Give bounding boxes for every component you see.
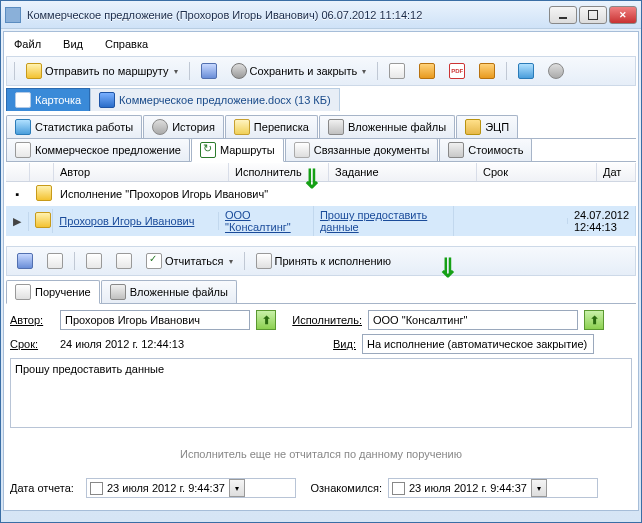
send-by-route-label: Отправить по маршруту <box>45 65 169 77</box>
route-icon <box>200 142 216 158</box>
kind-label: Вид: <box>276 338 356 350</box>
status-text: Исполнитель еще не отчитался по данному … <box>10 430 632 478</box>
doc-icon <box>86 253 102 269</box>
group-title: Исполнение "Прохоров Игорь Иванович" <box>54 185 636 203</box>
author-input[interactable] <box>60 310 250 330</box>
col-author[interactable]: Автор <box>54 163 229 181</box>
body-textarea[interactable] <box>10 358 632 428</box>
tb-action-button[interactable] <box>474 60 500 82</box>
ack-date-value: 23 июля 2012 г. 9:44:37 <box>409 482 527 494</box>
stats-icon <box>15 119 31 135</box>
minimize-button[interactable] <box>549 6 577 24</box>
envelope-icon <box>26 63 42 79</box>
close-button[interactable]: ✕ <box>609 6 637 24</box>
link-icon <box>294 142 310 158</box>
menu-file[interactable]: Файл <box>14 38 41 50</box>
kind-input[interactable] <box>362 334 594 354</box>
word-icon <box>99 92 115 108</box>
tabs-lower: Коммерческое предложение Маршруты Связан… <box>6 138 636 162</box>
arrow-indicator-2: ⇓ <box>437 253 459 284</box>
tab-cost[interactable]: Стоимость <box>439 138 532 161</box>
row-executor[interactable]: ООО "Консалтинг" <box>225 209 291 233</box>
save-icon <box>17 253 33 269</box>
tb-ext1-button[interactable] <box>513 60 539 82</box>
tab-routes[interactable]: Маршруты <box>191 138 284 162</box>
filetab-attachment-label: Коммерческое предложение.docx (13 КБ) <box>119 94 331 106</box>
pdf-icon: PDF <box>449 63 465 79</box>
tab-history[interactable]: История <box>143 115 224 138</box>
assignment-form: Автор: Исполнитель: Срок: 24 июля 2012 г… <box>6 304 636 508</box>
report-button[interactable]: Отчитаться <box>141 250 238 272</box>
tab-assignment-attachments[interactable]: Вложенные файлы <box>101 280 237 303</box>
assignment-icon <box>15 284 31 300</box>
tb-page-button[interactable] <box>414 60 440 82</box>
save-button[interactable] <box>196 60 222 82</box>
row-task[interactable]: Прошу предоставить данные <box>320 209 427 233</box>
ext1-icon <box>518 63 534 79</box>
tab-signature[interactable]: ЭЦП <box>456 115 518 138</box>
save-and-close-button[interactable]: Сохранить и закрыть <box>226 60 372 82</box>
menubar: Файл Вид Справка <box>6 34 636 54</box>
row-date: 24.07.2012 12:44:13 <box>568 206 636 236</box>
tb2-doc1[interactable] <box>42 250 68 272</box>
tb-ext2-button[interactable] <box>543 60 569 82</box>
titlebar: Коммерческое предложение (Прохоров Игорь… <box>1 1 641 29</box>
window-title: Коммерческое предложение (Прохоров Игорь… <box>27 9 549 21</box>
send-by-route-button[interactable]: Отправить по маршруту <box>21 60 183 82</box>
tb-doc-button[interactable] <box>384 60 410 82</box>
tab-offer[interactable]: Коммерческое предложение <box>6 138 190 161</box>
save-icon <box>201 63 217 79</box>
accept-button[interactable]: Принять к исполнению <box>251 250 396 272</box>
filetab-card-label: Карточка <box>35 94 81 106</box>
main-toolbar: Отправить по маршруту Сохранить и закрыт… <box>6 56 636 86</box>
row-author[interactable]: Прохоров Игорь Иванович <box>59 215 194 227</box>
list-row-selected[interactable]: ▶ Прохоров Игорь Иванович ООО "Консалтин… <box>6 206 636 236</box>
col-deadline[interactable]: Срок <box>477 163 597 181</box>
col-task[interactable]: Задание <box>329 163 477 181</box>
tab-attachments[interactable]: Вложенные файлы <box>319 115 455 138</box>
report-date-checkbox[interactable] <box>90 482 103 495</box>
tab-statistics[interactable]: Статистика работы <box>6 115 142 138</box>
tb2-doc2[interactable] <box>81 250 107 272</box>
tab-assignment[interactable]: Поручение <box>6 280 100 304</box>
acknowledged-label: Ознакомился: <box>302 482 382 494</box>
filetab-attachment[interactable]: Коммерческое предложение.docx (13 КБ) <box>90 88 340 111</box>
filetab-card[interactable]: Карточка <box>6 88 90 111</box>
app-icon <box>5 7 21 23</box>
page-icon <box>419 63 435 79</box>
maximize-button[interactable] <box>579 6 607 24</box>
envelope-icon <box>35 212 51 228</box>
document-icon <box>389 63 405 79</box>
tb2-doc3[interactable] <box>111 250 137 272</box>
ack-checkbox[interactable] <box>392 482 405 495</box>
card-icon <box>15 92 31 108</box>
tb2-save[interactable] <box>12 250 38 272</box>
history-icon <box>152 119 168 135</box>
author-open-button[interactable] <box>256 310 276 330</box>
cost-icon <box>448 142 464 158</box>
executor-label: Исполнитель: <box>282 314 362 326</box>
tb-pdf-button[interactable]: PDF <box>444 60 470 82</box>
doc-icon <box>47 253 63 269</box>
check-icon <box>146 253 162 269</box>
tab-linked-docs[interactable]: Связанные документы <box>285 138 439 161</box>
col-date[interactable]: Дат <box>597 163 636 181</box>
doc-icon <box>116 253 132 269</box>
clip-icon <box>110 284 126 300</box>
tab-correspondence[interactable]: Переписка <box>225 115 318 138</box>
deadline-label: Срок: <box>10 338 54 350</box>
app-window: Коммерческое предложение (Прохоров Игорь… <box>0 0 642 523</box>
ack-date-dropdown[interactable]: ▾ <box>531 479 547 497</box>
file-tabbar: Карточка Коммерческое предложение.docx (… <box>6 88 636 111</box>
executor-open-button[interactable] <box>584 310 604 330</box>
mail-icon <box>234 119 250 135</box>
menu-view[interactable]: Вид <box>63 38 83 50</box>
report-date-dropdown[interactable]: ▾ <box>229 479 245 497</box>
menu-help[interactable]: Справка <box>105 38 148 50</box>
tabs-assignment: Поручение Вложенные файлы <box>6 280 636 304</box>
task-icon <box>256 253 272 269</box>
tabs-upper: Статистика работы История Переписка Влож… <box>6 115 636 139</box>
executor-input[interactable] <box>368 310 578 330</box>
ext2-icon <box>548 63 564 79</box>
action-icon <box>479 63 495 79</box>
